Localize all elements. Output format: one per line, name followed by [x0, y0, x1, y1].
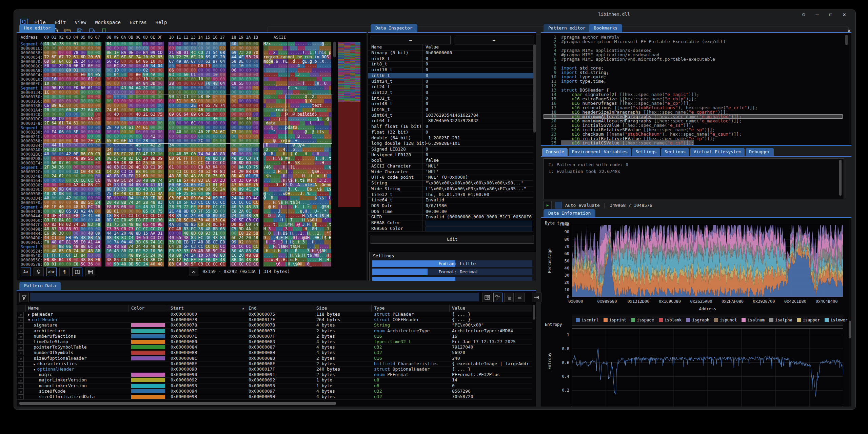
- inspector-row[interactable]: double (64 bit)-1.28823E-231: [368, 135, 533, 141]
- favorite-star-icon[interactable]: ☆: [18, 394, 24, 399]
- hex-footer-Aa-button[interactable]: Aa: [21, 268, 31, 276]
- hex-ascii-cell[interactable]: \: [293, 262, 295, 267]
- inspector-back-button[interactable]: ←: [371, 36, 451, 44]
- maximize-icon[interactable]: □: [825, 11, 836, 18]
- hex-footer-abc-button[interactable]: abc: [46, 268, 57, 276]
- list-view-icon[interactable]: [493, 293, 503, 302]
- inspector-row[interactable]: Binary (8 bit)0b00000000: [368, 50, 533, 56]
- hex-footer-pilcrow-button[interactable]: ¶: [59, 268, 70, 276]
- hex-ascii-cell[interactable]: .: [280, 262, 283, 267]
- tab-hex-editor[interactable]: Hex editor: [19, 24, 55, 32]
- hex-ascii-cell[interactable]: $: [322, 214, 324, 218]
- columns-book-icon[interactable]: [482, 293, 492, 302]
- inspector-row-value[interactable]: "\x00\x00\x00\x00\x00\x00\x00\x90...": [426, 180, 532, 186]
- inspector-row[interactable]: RGB565 Color: [368, 226, 533, 232]
- pattern-data-vscrollbar[interactable]: [533, 305, 535, 320]
- hex-ascii-cell[interactable]: .: [268, 262, 271, 267]
- legend-isspace[interactable]: isspace: [631, 318, 654, 322]
- hex-ascii-cell[interactable]: 6: [278, 262, 280, 267]
- favorite-star-icon[interactable]: ☆: [18, 389, 24, 394]
- inspector-row-value[interactable]: 'NUL': [426, 163, 532, 169]
- inspector-row[interactable]: Unsigned LEB1280: [368, 152, 533, 158]
- hex-byte-cell[interactable]: 00: [65, 262, 73, 267]
- goto-end-icon[interactable]: [532, 293, 541, 302]
- inspector-row[interactable]: time64_tInvalid: [368, 197, 533, 203]
- favorite-star-icon[interactable]: ☆: [18, 345, 24, 350]
- pattern-col-type[interactable]: Type: [374, 305, 448, 312]
- hex-ascii-cell[interactable]: .: [327, 262, 329, 267]
- run-pattern-button[interactable]: ▶: [544, 201, 552, 209]
- favorite-star-icon[interactable]: ☆: [18, 323, 24, 328]
- hex-ascii-cell[interactable]: H: [324, 249, 327, 253]
- inspector-row[interactable]: uint48_t0: [368, 101, 533, 107]
- tab-pattern-editor[interactable]: Pattern editor: [544, 24, 590, 32]
- hex-byte-cell[interactable]: 24: [142, 262, 150, 267]
- inspector-row[interactable]: uint8_t0: [368, 56, 533, 62]
- hex-ascii-cell[interactable]: .: [322, 262, 324, 267]
- hex-ascii-cell[interactable]: h: [319, 51, 321, 55]
- console-scrollbar[interactable]: [839, 160, 842, 196]
- console-tab-environment-variables[interactable]: Environment Variables: [569, 148, 631, 156]
- inspector-row-value[interactable]: L"\x00\x00\x00\xE9\x80\x80\xEC\x85...": [426, 186, 532, 192]
- inspector-row[interactable]: uint32_t0: [368, 90, 533, 96]
- inspector-row-value[interactable]: 0: [426, 101, 532, 107]
- hex-byte-cell[interactable]: CC: [204, 262, 212, 267]
- pattern-data-row[interactable]: ☆sizeOfCode0x000000940x000000974 bytesu3…: [17, 389, 532, 394]
- favorite-star-icon[interactable]: ☆: [18, 350, 24, 355]
- legend-isblank[interactable]: isblank: [659, 318, 682, 322]
- hex-vertical-scrollbar[interactable]: [333, 42, 336, 57]
- hex-ascii-cell[interactable]: .: [273, 262, 276, 267]
- hex-byte-cell[interactable]: 00: [105, 262, 113, 267]
- pattern-data-row[interactable]: ☆magic0x000000900x000000912 bytesenum PE…: [17, 372, 532, 378]
- filter-input[interactable]: [30, 293, 479, 301]
- hex-ascii-cell[interactable]: .: [290, 262, 293, 267]
- inspector-row-value[interactable]: -1.28823E-231: [426, 135, 532, 141]
- tab-pattern-data[interactable]: Pattern Data: [19, 282, 61, 290]
- legend-iscntrl[interactable]: iscntrl: [576, 318, 599, 322]
- hex-ascii-cell[interactable]: .: [283, 262, 285, 267]
- edit-button[interactable]: Edit: [371, 235, 534, 244]
- hex-byte-cell[interactable]: 01: [51, 262, 58, 267]
- pattern-data-hscrollbar[interactable]: [19, 402, 336, 405]
- hex-byte-cell[interactable]: 83: [168, 262, 175, 267]
- favorite-star-icon[interactable]: ☆: [18, 334, 24, 339]
- inspector-row[interactable]: UTF-8 code point'NUL' (U+0x0000): [368, 175, 533, 181]
- hex-byte-cell[interactable]: 40: [149, 262, 157, 267]
- inspector-row[interactable]: boolfalse: [368, 158, 533, 164]
- pattern-data-row[interactable]: ☆majorLinkerVersion0x000000920x000000921…: [17, 377, 532, 383]
- inspector-row-value[interactable]: 0: [426, 79, 532, 84]
- tab-data-information[interactable]: Data Information: [544, 209, 595, 217]
- pattern-col-size[interactable]: Size: [316, 305, 370, 312]
- inspector-row[interactable]: half float (16 bit)0: [368, 124, 533, 130]
- favorite-star-icon[interactable]: ☆: [18, 356, 24, 361]
- hex-ascii-cell[interactable]: !: [302, 51, 304, 55]
- settings-row[interactable]: Endian:Little: [372, 260, 532, 267]
- hex-ascii-cell[interactable]: H: [288, 262, 290, 267]
- hex-byte-cell[interactable]: CC: [245, 262, 252, 267]
- hex-byte-cell[interactable]: 90: [113, 262, 120, 267]
- inspector-color-swatch[interactable]: [426, 221, 532, 225]
- inspector-row-value[interactable]: 0: [426, 56, 532, 62]
- pattern-col-start[interactable]: Start ▴: [171, 305, 244, 312]
- hex-byte-cell[interactable]: E8: [72, 262, 80, 267]
- hex-byte-cell[interactable]: 36: [87, 262, 94, 267]
- data-info-scrollbar[interactable]: [849, 321, 851, 338]
- inspector-row[interactable]: int64_t-8070450532247928832: [368, 118, 533, 124]
- hex-ascii-cell[interactable]: .: [305, 240, 307, 244]
- hex-byte-cell[interactable]: 8B: [127, 262, 135, 267]
- hex-ascii-cell[interactable]: \: [276, 262, 278, 267]
- inspector-forward-button[interactable]: →: [454, 36, 534, 44]
- inspector-row[interactable]: time32_tThu, 01.01.1970 01:00:00: [368, 192, 533, 198]
- hex-byte-cell[interactable]: CC: [212, 262, 219, 267]
- hex-ascii-cell[interactable]: .: [327, 46, 329, 51]
- hex-ascii-cell[interactable]: 0: [307, 262, 310, 267]
- pattern-data-row[interactable]: ☆minorLinkerVersion0x000000930x000000931…: [17, 383, 532, 389]
- inspector-row-value[interactable]: 00:00:00: [426, 209, 532, 215]
- hex-ascii-cell[interactable]: .: [314, 262, 317, 267]
- inspector-row-value[interactable]: 0: [426, 152, 532, 158]
- favorite-star-icon[interactable]: ☆: [18, 361, 24, 367]
- inspector-row[interactable]: int16_t0: [368, 73, 533, 79]
- pattern-data-row[interactable]: ☆▶peHeader0x000000000x00000075118 bytess…: [17, 312, 532, 317]
- pattern-col-name[interactable]: Name: [28, 305, 127, 312]
- hex-byte-cell[interactable]: CC: [230, 262, 238, 267]
